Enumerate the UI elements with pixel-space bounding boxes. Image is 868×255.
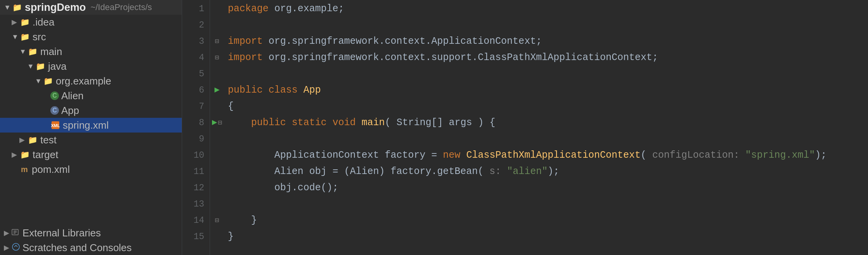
sidebar-item-src[interactable]: ▼ 📁 src: [0, 29, 182, 44]
sidebar-item-label: test: [40, 134, 57, 146]
sidebar-item-target[interactable]: ▶ 📁 target: [0, 147, 182, 162]
code-line-7: {: [228, 98, 868, 115]
arrow-icon: ▼: [12, 33, 19, 41]
sidebar-item-label: spring.xml: [63, 119, 108, 131]
folder-icon: 📁: [19, 31, 30, 42]
code-text: ApplicationContext factory =: [228, 147, 443, 164]
folder-icon: 📁: [35, 61, 46, 72]
code-line-8: public static void main( String[] args )…: [228, 115, 868, 131]
keyword: new: [443, 147, 460, 164]
sidebar-item-pom-xml[interactable]: ▶ m pom.xml: [0, 162, 182, 177]
string-literal: "spring.xml": [745, 147, 815, 164]
gutter: ⊟ ⊟ ▶ ▶ ⊟ ⊟: [210, 0, 224, 255]
code-text: }: [251, 212, 257, 229]
sidebar-item-app[interactable]: ▶ C App: [0, 103, 182, 118]
sidebar-item-label: springDemo: [25, 2, 86, 14]
sidebar-item-springdemo[interactable]: ▼ 📁 springDemo ~/IdeaProjects/s: [0, 0, 182, 15]
gutter-cell-1: [210, 1, 224, 17]
line-numbers: 1 2 3 4 5 6 7 8 9 10 11 12 13 14 15: [182, 0, 210, 255]
run-icon[interactable]: ▶: [212, 115, 217, 131]
code-line-2: [228, 17, 868, 33]
string-literal: "alien": [507, 164, 548, 180]
keyword: import: [228, 33, 263, 50]
gutter-cell-13: [210, 196, 224, 212]
class-icon: C: [50, 91, 59, 100]
method-name: main: [362, 115, 385, 131]
code-text: {: [228, 98, 234, 115]
ext-icon: [12, 228, 20, 238]
gutter-cell-7: [210, 98, 224, 115]
sidebar-item-spring-xml[interactable]: ▶ XML spring.xml: [0, 118, 182, 133]
sidebar-item-label: Alien: [61, 90, 84, 102]
arrow-icon: ▶: [19, 136, 26, 144]
editor: 1 2 3 4 5 6 7 8 9 10 11 12 13 14 15 ⊟ ⊟: [182, 0, 868, 255]
code-line-15: }: [228, 229, 868, 245]
code-line-13: [228, 196, 868, 212]
code-text: [460, 147, 466, 164]
sidebar-item-idea[interactable]: ▶ 📁 .idea: [0, 15, 182, 29]
code-content[interactable]: package org.example; import org.springfr…: [224, 0, 868, 255]
keyword: static: [292, 115, 327, 131]
arrow-icon: ▼: [35, 77, 42, 85]
sidebar-item-label: java: [48, 60, 67, 72]
arrow-icon: ▶: [12, 150, 19, 159]
fold-icon[interactable]: ⊟: [218, 115, 222, 131]
sidebar-item-label: App: [61, 105, 79, 117]
sidebar-item-scratches[interactable]: ▶ Scratches and Consoles: [0, 240, 182, 255]
fold-icon[interactable]: ⊟: [215, 33, 219, 50]
sidebar-item-label: External Libraries: [22, 227, 101, 239]
sidebar-item-alien[interactable]: ▶ C Alien: [0, 88, 182, 103]
code-area[interactable]: 1 2 3 4 5 6 7 8 9 10 11 12 13 14 15 ⊟ ⊟: [182, 0, 868, 255]
arrow-icon: ▶: [12, 18, 19, 26]
sidebar-item-java[interactable]: ▼ 📁 java: [0, 59, 182, 74]
folder-icon: 📁: [27, 46, 38, 57]
code-text: org.springframework.context.support.Clas…: [263, 50, 658, 66]
code-line-1: package org.example;: [228, 1, 868, 17]
code-line-12: obj.code();: [228, 180, 868, 196]
hint-text: configLocation:: [646, 147, 745, 164]
gutter-cell-4: ⊟: [210, 50, 224, 66]
sidebar-item-org-example[interactable]: ▼ 📁 org.example: [0, 74, 182, 88]
keyword: package: [228, 1, 269, 17]
folder-icon: 📁: [27, 134, 38, 145]
sidebar-item-main[interactable]: ▼ 📁 main: [0, 44, 182, 59]
gutter-cell-6[interactable]: ▶: [210, 82, 224, 98]
arrow-icon: ▼: [4, 3, 11, 12]
code-line-5: [228, 66, 868, 82]
code-text: org.springframework.context.ApplicationC…: [263, 33, 542, 50]
fold-icon[interactable]: ⊟: [215, 212, 219, 229]
sidebar-item-label: org.example: [56, 75, 111, 87]
gutter-cell-8[interactable]: ▶ ⊟: [210, 115, 224, 131]
sidebar-item-test[interactable]: ▶ 📁 test: [0, 133, 182, 147]
gutter-cell-15: [210, 229, 224, 245]
svg-text:XML: XML: [51, 123, 60, 128]
sidebar-item-label: src: [33, 31, 46, 43]
code-line-4: import org.springframework.context.suppo…: [228, 50, 868, 66]
folder-icon: 📁: [43, 76, 53, 86]
project-folder-icon: 📁: [12, 2, 22, 13]
run-icon[interactable]: ▶: [214, 82, 219, 98]
sidebar-item-label: Scratches and Consoles: [22, 242, 132, 254]
keyword: void: [332, 115, 356, 131]
code-line-3: import org.springframework.context.Appli…: [228, 33, 868, 50]
code-text: }: [228, 229, 234, 245]
keyword: public: [251, 115, 286, 131]
gutter-cell-14: ⊟: [210, 212, 224, 229]
code-text: [356, 115, 362, 131]
fold-icon[interactable]: ⊟: [215, 50, 219, 66]
sidebar-item-label: .idea: [33, 16, 54, 28]
pom-icon: m: [19, 164, 29, 174]
class-name: App: [303, 82, 321, 98]
sidebar-item-label: pom.xml: [32, 164, 70, 176]
gutter-cell-10: [210, 147, 224, 164]
code-text: org.example;: [269, 1, 344, 17]
class-icon: C: [50, 106, 59, 115]
sidebar-item-external-libraries[interactable]: ▶ External Libraries: [0, 226, 182, 240]
sidebar: ▼ 📁 springDemo ~/IdeaProjects/s ▶ 📁 .ide…: [0, 0, 182, 255]
code-text: [327, 115, 332, 131]
code-text: [286, 115, 292, 131]
keyword: public: [228, 82, 263, 98]
gutter-cell-12: [210, 180, 224, 196]
code-text: [263, 82, 269, 98]
arrow-icon: ▼: [19, 48, 26, 56]
